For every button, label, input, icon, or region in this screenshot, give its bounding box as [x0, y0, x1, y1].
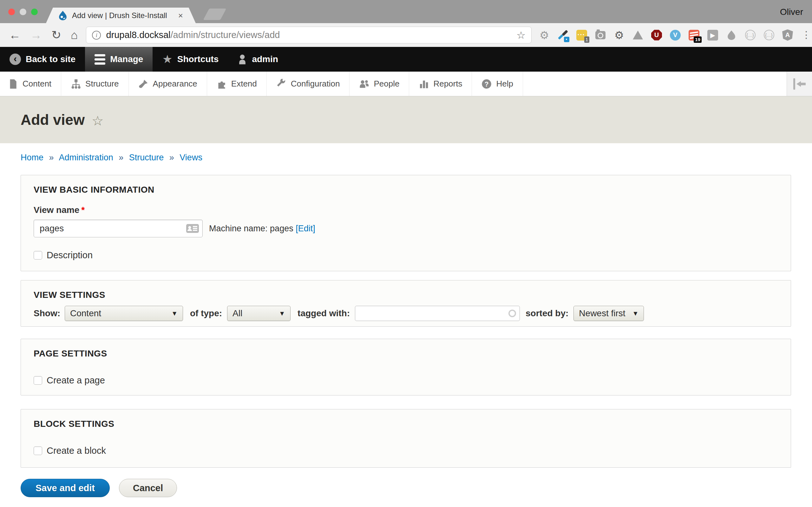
manage-tab[interactable]: Manage — [85, 47, 153, 72]
close-window-button[interactable] — [8, 9, 15, 15]
menu-item-help[interactable]: ? Help — [472, 72, 523, 96]
password-manager-extension-icon[interactable]: 1 — [576, 30, 588, 41]
drive-extension-icon[interactable] — [632, 30, 644, 41]
gear-extension-icon[interactable]: ⚙ — [539, 30, 550, 41]
menu-item-label: Help — [496, 79, 513, 89]
drupal-admin-toolbar: ‹ Back to site Manage ★ Shortcuts admin — [0, 47, 812, 72]
admin-user-label: admin — [252, 54, 278, 64]
menu-item-configuration[interactable]: Configuration — [267, 72, 350, 96]
autofill-card-icon[interactable] — [186, 224, 199, 233]
tab-title: Add view | Drush Site-Install — [72, 11, 175, 20]
bookmark-star-icon[interactable]: ☆ — [516, 29, 525, 41]
window-controls — [8, 9, 38, 15]
breadcrumb-structure[interactable]: Structure — [129, 153, 164, 162]
of-type-select-value: All — [233, 308, 242, 319]
page-header: Add view ☆ — [0, 96, 812, 143]
description-checkbox[interactable] — [34, 251, 42, 260]
cancel-button[interactable]: Cancel — [119, 479, 177, 497]
show-label: Show: — [34, 308, 60, 319]
breadcrumb-administration[interactable]: Administration — [59, 153, 113, 162]
view-name-input[interactable] — [34, 220, 203, 237]
back-to-site-link[interactable]: ‹ Back to site — [0, 47, 85, 72]
admin-user-tab[interactable]: admin — [228, 47, 287, 72]
zoom-window-button[interactable] — [31, 9, 38, 15]
toolbar-orientation-toggle[interactable] — [786, 72, 812, 96]
password-badge: 1 — [584, 37, 589, 43]
view-name-label: View name* — [34, 205, 778, 215]
home-button[interactable]: ⌂ — [71, 29, 78, 41]
site-info-icon[interactable]: i — [92, 31, 101, 40]
show-select-value: Content — [70, 308, 101, 319]
tagged-with-input-wrap — [355, 306, 520, 321]
browser-tab-strip: Add view | Drush Site-Install × Oliver — [0, 0, 812, 23]
back-to-site-label: Back to site — [26, 54, 75, 64]
menu-item-label: Content — [22, 79, 51, 89]
eyedropper-extension-icon[interactable] — [557, 30, 569, 41]
machine-name-text: Machine name: pages [Edit] — [209, 224, 315, 233]
menu-item-people[interactable]: People — [350, 72, 409, 96]
menu-item-content[interactable]: Content — [0, 72, 61, 96]
reload-button[interactable]: ↻ — [51, 29, 61, 41]
tab-close-icon[interactable]: × — [178, 11, 183, 20]
url-text[interactable]: drupal8.docksal/admin/structure/views/ad… — [106, 30, 516, 40]
minimize-window-button[interactable] — [20, 9, 26, 15]
todoist-extension-icon[interactable]: 19 — [688, 30, 700, 41]
save-and-edit-button[interactable]: Save and edit — [20, 479, 110, 497]
fieldset-heading: BLOCK SETTINGS — [34, 419, 778, 429]
extensions-row: ⚙ 1 ⚙ U V 19 ▶ — [531, 30, 812, 41]
required-marker: * — [81, 205, 85, 215]
play-extension-icon[interactable]: ▶ — [707, 30, 718, 41]
create-page-label: Create a page — [47, 375, 105, 386]
camera-extension-icon[interactable] — [595, 30, 606, 41]
browser-tab[interactable]: Add view | Drush Site-Install × — [46, 8, 196, 23]
people-icon — [359, 79, 369, 89]
address-bar[interactable]: i drupal8.docksal/admin/structure/views/… — [86, 26, 531, 43]
favorite-star-icon[interactable]: ☆ — [92, 113, 104, 129]
menu-item-label: Reports — [433, 79, 462, 89]
of-type-select[interactable]: All ▼ — [227, 306, 291, 321]
machine-name-edit-link[interactable]: [Edit] — [296, 224, 315, 233]
braces-extension-icon-1[interactable]: {…} — [745, 30, 756, 41]
chevron-down-icon: ▼ — [628, 310, 639, 317]
sorted-by-select[interactable]: Newest first ▼ — [573, 306, 644, 321]
todoist-badge: 19 — [694, 37, 702, 43]
reports-bar-chart-icon — [419, 79, 429, 89]
browser-menu-icon[interactable]: ⋮ — [801, 30, 812, 41]
menu-item-extend[interactable]: Extend — [207, 72, 267, 96]
create-block-checkbox[interactable] — [34, 447, 42, 455]
browser-profile-name[interactable]: Oliver — [780, 7, 803, 17]
shortcuts-label: Shortcuts — [177, 54, 219, 64]
collapse-arrow-icon — [797, 82, 806, 86]
menu-item-structure[interactable]: Structure — [61, 72, 129, 96]
ublock-extension-icon[interactable]: U — [651, 30, 662, 41]
autocomplete-throbber-icon — [508, 309, 516, 317]
appearance-brush-icon — [138, 79, 148, 89]
menu-item-label: Appearance — [153, 79, 197, 89]
screenshot-gear-extension-icon[interactable]: ⚙ — [613, 30, 625, 41]
fieldset-heading: VIEW SETTINGS — [34, 290, 778, 300]
create-page-checkbox[interactable] — [34, 376, 42, 385]
back-button[interactable]: ← — [9, 29, 20, 41]
breadcrumb: Home » Administration » Structure » View… — [20, 153, 812, 163]
v-extension-icon[interactable]: V — [670, 30, 681, 41]
breadcrumb-home[interactable]: Home — [20, 153, 44, 162]
url-path: /admin/structure/views/add — [171, 30, 280, 40]
angular-extension-icon[interactable]: A — [782, 30, 793, 41]
drupal-extension-icon[interactable] — [726, 30, 737, 41]
collapse-bar-icon — [793, 78, 795, 90]
sorted-by-label: sorted by: — [525, 308, 568, 319]
description-checkbox-row: Description — [34, 250, 778, 261]
braces-extension-icon-2[interactable]: {…} — [763, 30, 774, 41]
show-select[interactable]: Content ▼ — [65, 306, 183, 321]
tagged-with-input[interactable] — [355, 306, 520, 321]
new-tab-button[interactable] — [203, 9, 226, 20]
of-type-label: of type: — [190, 308, 222, 319]
shortcuts-tab[interactable]: ★ Shortcuts — [153, 47, 228, 72]
menu-item-reports[interactable]: Reports — [409, 72, 472, 96]
menu-item-label: Extend — [231, 79, 257, 89]
menu-item-label: Configuration — [291, 79, 340, 89]
menu-item-label: Structure — [85, 79, 119, 89]
page-settings-fieldset: PAGE SETTINGS Create a page — [20, 339, 791, 395]
menu-item-appearance[interactable]: Appearance — [129, 72, 207, 96]
breadcrumb-views[interactable]: Views — [180, 153, 202, 162]
